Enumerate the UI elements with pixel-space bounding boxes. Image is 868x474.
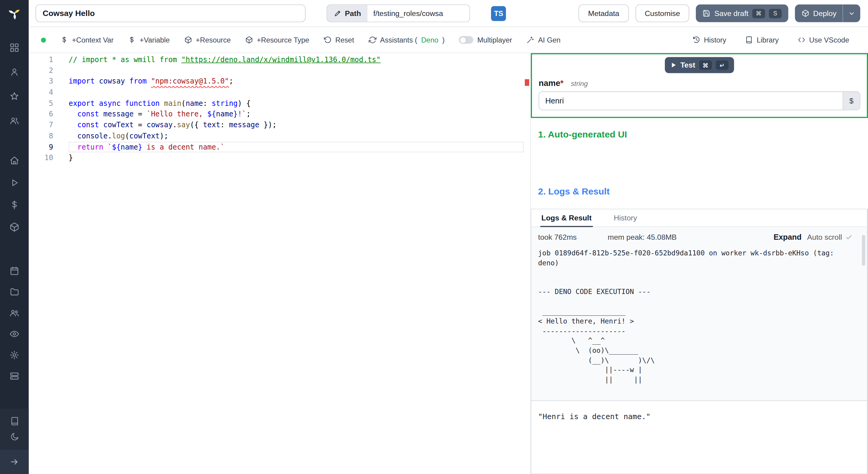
check-icon — [845, 233, 852, 241]
main-area: Path f/testing_roles/cowsa TS Metadata C… — [29, 0, 868, 474]
sidebar-item-workers[interactable] — [0, 365, 29, 387]
test-kbd-enter: ↵ — [716, 60, 728, 70]
logs-tabbar: Logs & Result History — [531, 209, 867, 227]
add-context-var-button[interactable]: +Context Var — [60, 36, 114, 44]
path-label: Path — [345, 9, 361, 18]
language-badge: TS — [491, 6, 506, 21]
error-marker — [525, 79, 529, 86]
library-button[interactable]: Library — [745, 36, 779, 44]
sidebar-item-audit-logs[interactable] — [0, 324, 29, 345]
tab-history[interactable]: History — [613, 209, 638, 227]
star-icon — [9, 91, 19, 101]
sidebar-item-favorites[interactable] — [0, 84, 29, 109]
use-vscode-button[interactable]: Use VScode — [798, 36, 849, 44]
play-triangle-icon — [670, 62, 676, 68]
ai-gen-button[interactable]: AI Gen — [527, 36, 561, 44]
play-icon — [9, 178, 19, 188]
library-book-icon — [745, 36, 753, 44]
multiplayer-toggle[interactable] — [459, 36, 473, 44]
test-kbd-mod: ⌘ — [699, 60, 712, 70]
status-dot — [41, 37, 46, 42]
editor-code[interactable]: // import * as wmill from "https://deno.… — [61, 54, 524, 474]
deploy-label: Deploy — [813, 9, 836, 18]
reset-button[interactable]: Reset — [324, 36, 354, 44]
sidebar-item-schedules[interactable] — [0, 260, 29, 281]
dollar-icon — [9, 200, 19, 210]
arg-name: name — [538, 78, 560, 87]
sidebar-item-apps[interactable] — [0, 36, 29, 60]
sidebar-group-top — [0, 27, 29, 133]
auto-scroll-label: Auto scroll — [807, 233, 842, 241]
save-draft-button[interactable]: Save draft ⌘ S — [696, 4, 788, 22]
dollar-sign-icon — [128, 36, 136, 44]
sidebar-item-folders[interactable] — [0, 281, 29, 302]
cube-icon — [184, 36, 192, 44]
arg-label: name* string — [538, 78, 860, 87]
logs-panel: Logs & Result History took 762ms mem pea… — [531, 209, 868, 474]
auto-scroll-toggle[interactable]: Auto scroll — [807, 233, 852, 241]
sidebar-item-docs[interactable] — [0, 413, 29, 428]
tab-logs-result[interactable]: Logs & Result — [540, 209, 593, 227]
sidebar-item-dark-mode[interactable] — [0, 429, 29, 444]
required-asterisk: * — [560, 78, 564, 87]
floppy-icon — [703, 9, 711, 17]
code-brackets-icon — [798, 36, 805, 44]
sidebar-item-profile[interactable] — [0, 60, 29, 84]
app: Path f/testing_roles/cowsa TS Metadata C… — [0, 0, 868, 474]
topbar: Path f/testing_roles/cowsa TS Metadata C… — [29, 0, 868, 27]
test-button-label: Test — [681, 61, 695, 69]
workers-icon — [9, 371, 19, 381]
add-resource-button[interactable]: +Resource — [184, 36, 231, 44]
save-draft-label: Save draft — [714, 9, 748, 18]
history-button[interactable]: History — [692, 36, 726, 44]
insert-variable-button[interactable]: $ — [843, 92, 860, 110]
script-name-input[interactable] — [36, 4, 306, 22]
toggle-knob — [460, 37, 466, 43]
gear-icon — [9, 350, 19, 360]
sidebar-item-runs[interactable] — [0, 172, 29, 194]
users-icon — [9, 116, 19, 126]
test-args-panel: Test ⌘ ↵ name* string $ — [531, 53, 868, 118]
assistants-button[interactable]: Assistants (Deno) — [369, 36, 445, 44]
right-panel: Test ⌘ ↵ name* string $ 1. Auto-gener — [530, 53, 868, 474]
add-variable-button[interactable]: +Variable — [128, 36, 170, 44]
sidebar-item-settings[interactable] — [0, 344, 29, 365]
name-arg-input[interactable] — [538, 91, 860, 110]
path-value: f/testing_roles/cowsa — [368, 5, 470, 22]
deploy-button[interactable]: Deploy — [795, 4, 860, 22]
assistants-label: Assistants ( — [380, 36, 417, 44]
expand-button[interactable]: Expand — [774, 233, 802, 241]
deploy-dropdown-button[interactable] — [843, 4, 861, 22]
assistants-lang: Deno — [421, 36, 438, 44]
customise-button[interactable]: Customise — [635, 4, 689, 22]
user-icon — [9, 67, 19, 77]
add-resource-type-button[interactable]: +Resource Type — [245, 36, 309, 44]
home-icon — [9, 156, 19, 166]
windmill-logo[interactable] — [0, 0, 29, 27]
sidebar-expand-button[interactable] — [0, 450, 29, 474]
rotate-ccw-icon — [324, 36, 332, 44]
resource-type-label: +Resource Type — [257, 36, 309, 44]
log-scrollbar-thumb[interactable] — [862, 235, 865, 266]
sidebar — [0, 0, 29, 474]
calendar-icon — [9, 266, 19, 276]
path-edit-button[interactable]: Path — [327, 5, 368, 22]
expand-arrow-icon — [9, 457, 19, 467]
cube-icon — [9, 222, 19, 232]
clock-history-icon — [692, 36, 700, 44]
path-control[interactable]: Path f/testing_roles/cowsa — [327, 4, 470, 22]
sidebar-item-members[interactable] — [0, 109, 29, 133]
sidebar-item-resources[interactable] — [0, 216, 29, 238]
sidebar-item-groups[interactable] — [0, 302, 29, 324]
arg-type: string — [571, 80, 588, 87]
code-editor[interactable]: 12345678910 // import * as wmill from "h… — [29, 53, 530, 474]
mem-peak: mem peak: 45.08MB — [608, 233, 677, 241]
library-label: Library — [757, 36, 779, 44]
sidebar-bottom — [0, 409, 29, 474]
package-icon — [802, 9, 809, 17]
sidebar-group-admin — [0, 260, 29, 387]
test-button[interactable]: Test ⌘ ↵ — [665, 57, 734, 73]
metadata-button[interactable]: Metadata — [579, 4, 629, 22]
sidebar-item-variables[interactable] — [0, 194, 29, 216]
sidebar-item-home[interactable] — [0, 150, 29, 172]
